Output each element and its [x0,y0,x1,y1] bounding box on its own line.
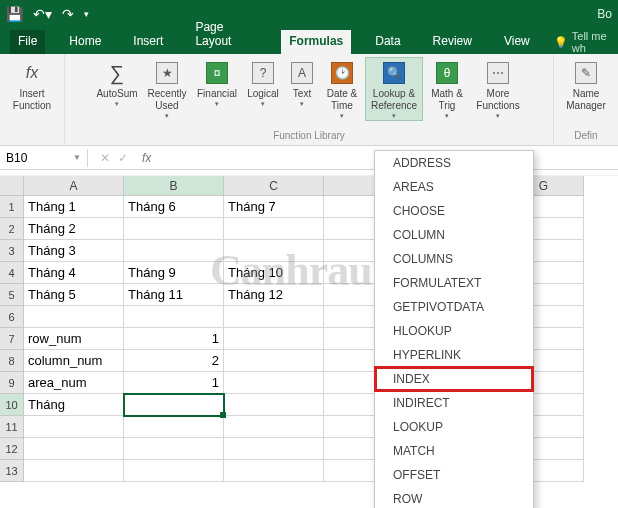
cell[interactable] [224,218,324,240]
cell[interactable]: 1 [124,328,224,350]
cell[interactable]: row_num [24,328,124,350]
menu-item-getpivotdata[interactable]: GETPIVOTDATA [375,295,533,319]
cell[interactable]: Tháng 2 [24,218,124,240]
menu-item-hyperlink[interactable]: HYPERLINK [375,343,533,367]
insert-function-button[interactable]: fx Insert Function [6,58,58,112]
menu-item-hlookup[interactable]: HLOOKUP [375,319,533,343]
row-header[interactable]: 13 [0,460,24,482]
menu-item-address[interactable]: ADDRESS [375,151,533,175]
tab-insert[interactable]: Insert [125,30,171,54]
row-header[interactable]: 12 [0,438,24,460]
financial-button[interactable]: ¤ Financial▾ [194,58,240,108]
name-box[interactable]: B10▼ [0,149,88,167]
name-manager-button[interactable]: ✎ Name Manager [560,58,612,112]
menu-item-areas[interactable]: AREAS [375,175,533,199]
cancel-icon[interactable]: ✕ [96,151,114,165]
cell[interactable] [124,306,224,328]
menu-item-index[interactable]: INDEX [375,367,533,391]
col-header-C[interactable]: C [224,176,324,196]
tab-file[interactable]: File [10,30,45,54]
menu-item-lookup[interactable]: LOOKUP [375,415,533,439]
cell[interactable]: 2 [124,350,224,372]
cell[interactable] [24,438,124,460]
cell[interactable]: Tháng [24,394,124,416]
row-header[interactable]: 3 [0,240,24,262]
recently-used-button[interactable]: ★ Recently Used▾ [144,58,190,120]
cell[interactable] [224,438,324,460]
cell[interactable]: Tháng 7 [224,196,324,218]
financial-icon: ¤ [204,60,230,86]
cell[interactable] [224,328,324,350]
qat-dropdown-icon[interactable]: ▾ [84,9,89,19]
row-header[interactable]: 2 [0,218,24,240]
cell[interactable] [24,416,124,438]
cell[interactable] [124,416,224,438]
row-header[interactable]: 11 [0,416,24,438]
menu-item-choose[interactable]: CHOOSE [375,199,533,223]
tab-home[interactable]: Home [61,30,109,54]
select-all[interactable] [0,176,24,196]
tab-review[interactable]: Review [425,30,480,54]
col-header-B[interactable]: B [124,176,224,196]
more-icon: ⋯ [485,60,511,86]
row-header[interactable]: 4 [0,262,24,284]
cell[interactable] [224,460,324,482]
cell[interactable] [224,350,324,372]
menu-item-indirect[interactable]: INDIRECT [375,391,533,415]
datetime-button[interactable]: 🕑 Date & Time▾ [322,58,362,120]
tab-view[interactable]: View [496,30,538,54]
row-header[interactable]: 9 [0,372,24,394]
cell[interactable]: 1 [124,372,224,394]
mathtrig-button[interactable]: θ Math & Trig▾ [426,58,468,120]
tab-formulas[interactable]: Formulas [281,30,351,54]
row-header[interactable]: 7 [0,328,24,350]
cell-selected[interactable] [124,394,224,416]
menu-item-columns[interactable]: COLUMNS [375,247,533,271]
cell[interactable] [224,306,324,328]
enter-icon[interactable]: ✓ [114,151,132,165]
cell[interactable]: Tháng 4 [24,262,124,284]
row-header[interactable]: 8 [0,350,24,372]
row-header[interactable]: 10 [0,394,24,416]
menu-item-offset[interactable]: OFFSET [375,463,533,487]
cell[interactable] [124,218,224,240]
chevron-down-icon[interactable]: ▼ [73,153,81,162]
cell[interactable] [24,460,124,482]
cell[interactable]: Tháng 5 [24,284,124,306]
menu-item-formulatext[interactable]: FORMULATEXT [375,271,533,295]
more-functions-button[interactable]: ⋯ More Functions▾ [472,58,524,120]
row-header[interactable]: 6 [0,306,24,328]
cell[interactable] [224,372,324,394]
lookup-reference-button[interactable]: 🔍 Lookup & Reference▾ [366,58,422,120]
cell[interactable] [124,240,224,262]
tab-page-layout[interactable]: Page Layout [187,16,265,54]
cell[interactable]: Tháng 9 [124,262,224,284]
cell[interactable] [124,460,224,482]
cell[interactable]: area_num [24,372,124,394]
menu-item-match[interactable]: MATCH [375,439,533,463]
text-button[interactable]: A Text▾ [286,58,318,108]
logical-button[interactable]: ? Logical▾ [244,58,282,108]
col-header-A[interactable]: A [24,176,124,196]
cell[interactable] [224,416,324,438]
cell[interactable]: Tháng 3 [24,240,124,262]
tab-data[interactable]: Data [367,30,408,54]
cell[interactable]: column_num [24,350,124,372]
undo-icon[interactable]: ↶▾ [33,6,52,22]
autosum-button[interactable]: ∑ AutoSum▾ [94,58,140,108]
cell[interactable] [24,306,124,328]
menu-item-column[interactable]: COLUMN [375,223,533,247]
row-header[interactable]: 1 [0,196,24,218]
cell[interactable]: Tháng 6 [124,196,224,218]
row-header[interactable]: 5 [0,284,24,306]
cell[interactable] [124,438,224,460]
menu-item-row[interactable]: ROW [375,487,533,508]
cell[interactable]: Tháng 1 [24,196,124,218]
cell[interactable] [224,394,324,416]
tell-me[interactable]: 💡Tell me wh [554,30,618,54]
save-icon[interactable]: 💾 [6,6,23,22]
fx-icon: fx [19,60,45,86]
redo-icon[interactable]: ↷ [62,6,74,22]
fx-icon[interactable]: fx [142,151,151,165]
cell[interactable]: Tháng 11 [124,284,224,306]
